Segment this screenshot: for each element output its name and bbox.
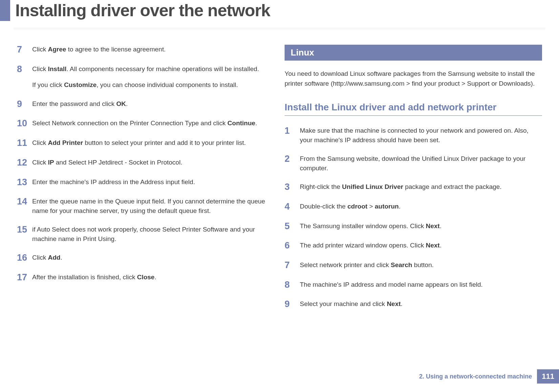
plain-text: The machine's IP address and model name … <box>300 281 483 288</box>
plain-text: After the installation is finished, clic… <box>32 274 137 281</box>
bold-text: Customize <box>64 81 97 88</box>
plain-text: package and extract the package. <box>403 183 501 190</box>
step-text: After the installation is finished, clic… <box>32 273 274 282</box>
step-text: Click Install. All components necessary … <box>32 64 274 90</box>
plain-text: . <box>126 100 128 107</box>
plain-text: If you click <box>32 81 64 88</box>
bold-text: Continue <box>227 119 255 127</box>
plain-text: . <box>154 274 156 281</box>
plain-text: The add printer wizard window opens. Cli… <box>300 242 426 249</box>
step-number: 15 <box>17 225 32 235</box>
instruction-step: 8Click Install. All components necessary… <box>17 64 274 90</box>
bold-text: cdroot <box>347 203 367 210</box>
page-footer: 2. Using a network-connected machine 111 <box>419 369 559 384</box>
plain-text: Enter the queue name in the Queue input … <box>32 198 265 214</box>
plain-text: . <box>440 242 441 249</box>
plain-text: Select your machine and click <box>300 300 387 307</box>
step-number: 4 <box>285 202 300 212</box>
bold-text: Agree <box>48 46 66 53</box>
step-text: Right-click the Unified Linux Driver pac… <box>300 182 542 192</box>
instruction-step: 10Select Network connection on the Print… <box>17 118 274 129</box>
bold-text: Next <box>387 300 401 307</box>
step-number: 16 <box>17 253 32 263</box>
plain-text: . All components necessary for machine o… <box>66 65 259 72</box>
instruction-step: 15if Auto Select does not work properly,… <box>17 225 274 243</box>
plain-text: > <box>368 203 375 210</box>
bold-text: Next <box>426 222 440 230</box>
plain-text: button to select your printer and add it… <box>83 139 246 146</box>
bold-text: autorun <box>375 203 399 210</box>
step-text: Select Network connection on the Printer… <box>32 118 274 128</box>
instruction-step: 16Click Add. <box>17 253 274 263</box>
step-number: 3 <box>285 182 300 192</box>
section-header: Linux <box>285 45 542 61</box>
instruction-step: 7Select network printer and click Search… <box>285 260 542 270</box>
plain-text: Enter the password and click <box>32 100 116 107</box>
instruction-step: 12Click IP and Select HP Jetdirect - Soc… <box>17 158 274 168</box>
plain-text: From the Samsung website, download the U… <box>300 155 525 172</box>
step-extra-text: If you click Customize, you can choose i… <box>32 80 274 90</box>
bold-text: IP <box>48 159 54 166</box>
step-number: 13 <box>17 177 32 188</box>
step-text: Click Add Printer button to select your … <box>32 138 274 148</box>
step-text: Select your machine and click Next. <box>300 299 542 309</box>
instruction-step: 17After the installation is finished, cl… <box>17 273 274 283</box>
step-text: Enter the machine's IP address in the Ad… <box>32 177 274 187</box>
step-text: The add printer wizard window opens. Cli… <box>300 241 542 250</box>
step-text: Make sure that the machine is connected … <box>300 126 542 145</box>
plain-text: if Auto Select does not work properly, c… <box>32 226 255 242</box>
instruction-step: 6The add printer wizard window opens. Cl… <box>285 241 542 251</box>
plain-text: Right-click the <box>300 183 342 190</box>
step-text: Enter the queue name in the Queue input … <box>32 197 274 215</box>
left-column: 7Click Agree to agree to the license agr… <box>17 45 274 319</box>
step-text: The Samsung installer window opens. Clic… <box>300 221 542 231</box>
bold-text: Install <box>48 65 66 72</box>
instruction-step: 1Make sure that the machine is connected… <box>285 126 542 145</box>
section-intro: You need to download Linux software pack… <box>285 69 542 88</box>
step-number: 11 <box>17 138 32 148</box>
step-text: Click Add. <box>32 253 274 262</box>
step-number: 12 <box>17 158 32 168</box>
step-number: 7 <box>17 45 32 55</box>
plain-text: Make sure that the machine is connected … <box>300 127 529 144</box>
step-text: Click Agree to agree to the license agre… <box>32 45 274 54</box>
instruction-step: 9Select your machine and click Next. <box>285 299 542 309</box>
step-text: Click IP and Select HP Jetdirect - Socke… <box>32 158 274 167</box>
instruction-step: 7Click Agree to agree to the license agr… <box>17 45 274 55</box>
plain-text: Double-click the <box>300 203 347 210</box>
step-number: 17 <box>17 273 32 283</box>
plain-text: to agree to the license agreement. <box>66 46 166 53</box>
step-text: The machine's IP address and model name … <box>300 280 542 289</box>
instruction-step: 14Enter the queue name in the Queue inpu… <box>17 197 274 215</box>
bold-text: Add <box>48 254 60 261</box>
plain-text: Click <box>32 65 48 72</box>
instruction-step: 13Enter the machine's IP address in the … <box>17 177 274 188</box>
step-number: 9 <box>285 299 300 309</box>
instruction-step: 4Double-click the cdroot > autorun. <box>285 202 542 212</box>
step-number: 14 <box>17 197 32 207</box>
bold-text: Close <box>137 274 154 281</box>
right-column: LinuxYou need to download Linux software… <box>285 45 542 319</box>
plain-text: The Samsung installer window opens. Clic… <box>300 222 426 230</box>
step-number: 1 <box>285 126 300 136</box>
step-number: 6 <box>285 241 300 251</box>
step-number: 7 <box>285 260 300 270</box>
footer-page-number: 111 <box>537 369 559 384</box>
step-text: Double-click the cdroot > autorun. <box>300 202 542 211</box>
step-text: Enter the password and click OK. <box>32 99 274 109</box>
step-number: 5 <box>285 221 300 232</box>
step-number: 9 <box>17 99 32 109</box>
instruction-step: 11 Click Add Printer button to select yo… <box>17 138 274 148</box>
page-header: Installing driver over the network <box>0 0 559 21</box>
bold-text: OK <box>116 100 126 107</box>
header-divider <box>14 28 545 31</box>
plain-text: and Select HP Jetdirect - Socket in Prot… <box>54 159 182 166</box>
plain-text: , you can choose individual components t… <box>97 81 238 88</box>
plain-text: . <box>401 300 402 307</box>
instruction-step: 2From the Samsung website, download the … <box>285 154 542 173</box>
plain-text: Select Network connection on the Printer… <box>32 119 227 127</box>
plain-text: Select network printer and click <box>300 261 391 268</box>
instruction-step: 3Right-click the Unified Linux Driver pa… <box>285 182 542 192</box>
plain-text: . <box>440 222 441 230</box>
instruction-step: 9Enter the password and click OK. <box>17 99 274 109</box>
